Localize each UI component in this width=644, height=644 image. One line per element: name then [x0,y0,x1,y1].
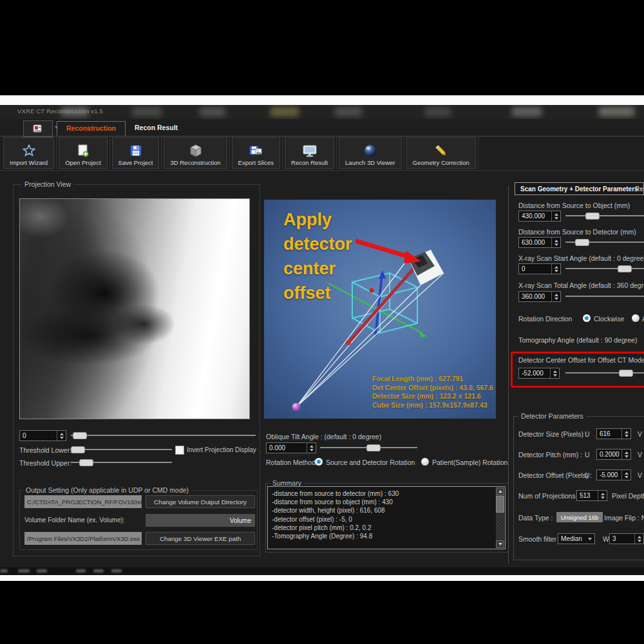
scan-total-angle-slider[interactable] [565,291,644,301]
detector-pitch-u-spinner[interactable]: 0.2000 [596,449,631,460]
spinner-arrows[interactable] [598,491,607,500]
spin-up-arrow[interactable] [554,294,558,296]
save-project-button[interactable]: Save Project [112,137,160,169]
output-directory-field[interactable]: C:/CTDATA_PROJECTION_RF/FOV160x80 [24,495,142,508]
change-viewer-exe-button[interactable]: Change 3D Viewer EXE path [146,532,255,545]
spinner-arrows[interactable] [621,450,630,459]
w-spinner[interactable]: 3 [609,533,644,544]
spin-down-arrow[interactable] [554,270,558,272]
scroll-down-button[interactable] [496,540,504,548]
clockwise-radio[interactable] [583,314,591,322]
geometry-correction-button[interactable]: Geometry Correction [406,137,476,169]
spinner-arrows[interactable] [550,368,559,378]
spinner-arrows[interactable] [551,211,560,221]
spin-down-arrow[interactable] [625,455,629,458]
source-detector-slider[interactable] [565,237,644,247]
source-object-slider[interactable] [565,211,644,221]
spin-down-arrow[interactable] [625,476,629,478]
import-wizard-button[interactable]: Import Wizard [3,137,54,169]
tab-recon-params[interactable]: Recon [635,185,644,193]
slider-thumb[interactable] [618,265,632,272]
oblique-tilt-spinner[interactable]: 0.000 [266,442,316,453]
smooth-filter-dropdown[interactable]: Median [558,533,595,544]
launch-3d-viewer-button[interactable]: Launch 3D Viewer [339,137,401,169]
spin-up-arrow[interactable] [625,472,629,475]
geometry-3d-view[interactable]: Apply detector center offset Focal Lengt… [264,200,496,419]
summary-line: -distance from source to detector (mm) :… [272,489,495,498]
oblique-tilt-thumb[interactable] [366,444,381,451]
oblique-tilt-label: Oblique Tilt Angle : (default : 0 degree… [266,433,381,440]
detector-offset-spinner[interactable]: -52.000 [518,368,560,379]
spin-up-arrow[interactable] [310,445,314,448]
xray-projection-image[interactable] [19,198,250,419]
smooth-filter-label: Smooth filter [518,535,556,543]
anticlockwise-radio[interactable] [632,314,639,322]
spin-down-arrow[interactable] [601,497,605,499]
spinner-arrows[interactable] [621,470,630,480]
spin-up-arrow[interactable] [554,240,558,242]
slider-thumb[interactable] [575,239,589,246]
threshold-lower-slider[interactable] [71,444,172,455]
scrollbar-thumb[interactable] [496,496,504,513]
threshold-lower-thumb[interactable] [71,446,85,453]
spin-up-arrow[interactable] [625,431,629,433]
tab-reconstruction[interactable]: Reconstruction [57,121,126,136]
spin-down-arrow[interactable] [60,437,64,439]
summary-textbox[interactable]: -distance from source to detector (mm) :… [267,486,506,549]
change-output-directory-button[interactable]: Change Volume Output Directory [146,495,255,508]
threshold-upper-slider[interactable] [71,457,172,468]
volume-folder-input[interactable]: Volume [146,514,255,527]
frame-slider[interactable] [71,430,256,440]
spin-up-arrow[interactable] [554,266,558,269]
open-project-button[interactable]: Open Project [59,137,107,169]
num-projections-spinner[interactable]: 513 [576,490,607,501]
oblique-tilt-slider[interactable] [320,442,417,453]
detector-size-u-spinner[interactable]: 616 [596,428,631,439]
spin-up-arrow[interactable] [60,433,64,435]
spin-down-arrow[interactable] [553,374,557,377]
quick-access-button[interactable] [23,120,53,137]
spin-up-arrow[interactable] [554,213,558,216]
frame-slider-thumb[interactable] [73,432,87,439]
recon-3d-button[interactable]: 3D Reconstruction [164,137,227,169]
spinner-arrows[interactable] [57,431,66,440]
spinner-arrows[interactable] [634,534,643,544]
rotation-method-patient-radio[interactable] [421,458,429,466]
source-object-spinner[interactable]: 430.000 [518,211,561,222]
spin-up-arrow[interactable] [625,451,629,454]
scan-start-angle-slider[interactable] [565,263,644,274]
spin-down-arrow[interactable] [638,540,641,542]
export-slices-button[interactable]: Export Slices [232,137,280,169]
spin-up-arrow[interactable] [638,536,641,538]
spin-down-arrow[interactable] [310,449,314,451]
threshold-upper-thumb[interactable] [79,459,93,466]
data-type-value[interactable]: Unsigned 16b [556,512,603,522]
spin-down-arrow[interactable] [554,217,558,220]
scan-total-angle-spinner[interactable]: 360.000 [518,291,561,302]
frame-spinner[interactable]: 0 [19,430,66,441]
scan-start-angle-spinner[interactable]: 0 [518,263,561,274]
recon-result-button[interactable]: Recon Result [285,137,334,169]
spinner-arrows[interactable] [551,238,560,247]
spin-down-arrow[interactable] [554,243,558,246]
spin-down-arrow[interactable] [554,298,558,300]
detector-offset-u-spinner[interactable]: -5.000 [596,469,631,480]
spinner-arrows[interactable] [621,429,630,439]
spin-up-arrow[interactable] [601,493,605,495]
source-detector-spinner[interactable]: 630.000 [518,237,561,248]
spinner-arrows[interactable] [551,292,560,301]
tab-scan-geometry[interactable]: Scan Geometry + Detector Parameters [515,182,644,195]
scroll-up-button[interactable] [496,488,504,495]
detector-offset-slider[interactable] [565,368,644,378]
slider-thumb[interactable] [585,213,600,220]
invert-projection-checkbox[interactable] [175,446,184,455]
spin-up-arrow[interactable] [553,370,557,373]
viewer-exe-field[interactable]: /Program Files/VX3D2/PlatformVX3D.exe [24,532,142,545]
spinner-arrows[interactable] [307,443,316,453]
spin-down-arrow[interactable] [625,435,629,437]
spinner-arrows[interactable] [551,264,560,274]
summary-scrollbar[interactable] [496,488,504,548]
slider-thumb[interactable] [619,370,633,377]
rotation-method-source-radio[interactable] [315,458,323,466]
tab-recon-result[interactable]: Recon Result [126,121,187,136]
